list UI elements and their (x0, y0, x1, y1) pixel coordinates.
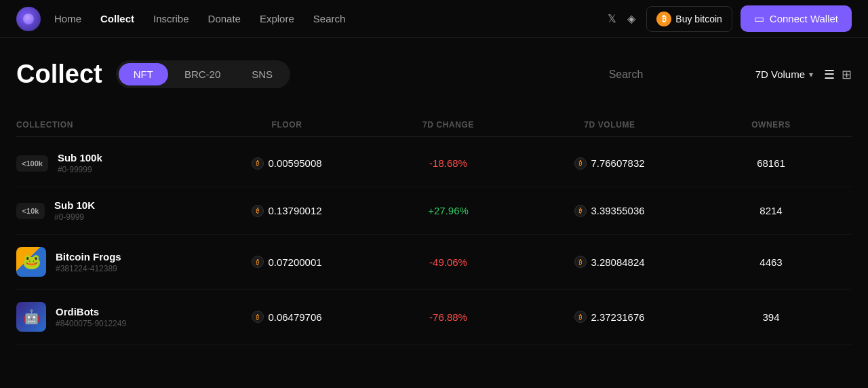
btc-icon-small: ₿ (574, 205, 587, 217)
floor-value: 0.13790012 (268, 205, 321, 216)
owners-cell: 394 (690, 311, 852, 323)
collection-cell: <10k Sub 10K #0-9999 (16, 199, 206, 222)
col-7d-volume: 7D VOLUME (529, 120, 690, 130)
volume-value: 3.28084824 (591, 256, 644, 268)
collection-info: Sub 100k #0-99999 (58, 152, 102, 174)
col-collection: COLLECTION (16, 120, 206, 130)
change-cell: +27.96% (368, 205, 529, 216)
btc-icon: ₿ (656, 12, 671, 26)
list-view-button[interactable]: ☰ (824, 67, 835, 82)
search-input[interactable] (609, 69, 745, 81)
social-links: 𝕏 ◈ (608, 12, 635, 25)
btc-icon-small: ₿ (574, 311, 587, 323)
buy-bitcoin-label: Buy bitcoin (675, 14, 722, 24)
floor-value: 0.00595008 (268, 157, 321, 169)
tab-nft[interactable]: NFT (119, 63, 168, 85)
collection-sub: #8400075-9012249 (56, 319, 126, 328)
collection-sub: #381224-412389 (56, 264, 121, 273)
floor-cell: ₿ 0.13790012 (206, 205, 368, 217)
collection-sub: #0-99999 (58, 165, 102, 174)
change-value: -76.88% (429, 311, 467, 323)
main-content: Collect NFT BRC-20 SNS 7D Volume ▾ ☰ ⊞ C… (0, 38, 868, 345)
table-body: <100k Sub 100k #0-99999 ₿ 0.00595008 -18… (16, 140, 852, 345)
page-header: Collect NFT BRC-20 SNS 7D Volume ▾ ☰ ⊞ (16, 60, 852, 89)
table-row[interactable]: 🐸 Bitcoin Frogs #381224-412389 ₿ 0.07200… (16, 235, 852, 290)
btc-icon-small: ₿ (252, 157, 264, 170)
nav-search[interactable]: Search (313, 13, 346, 24)
wallet-icon: ▭ (754, 12, 764, 25)
volume-value: 2.37231676 (591, 311, 644, 323)
collection-info: Bitcoin Frogs #381224-412389 (56, 251, 121, 273)
owners-cell: 8214 (690, 205, 852, 216)
view-toggle: ☰ ⊞ (824, 67, 852, 82)
tab-brc20[interactable]: BRC-20 (170, 63, 235, 85)
connect-wallet-label: Connect Wallet (770, 13, 838, 24)
collection-name: OrdiBots (56, 306, 126, 317)
volume-cell: ₿ 3.39355036 (529, 205, 690, 217)
volume-cell: ₿ 2.37231676 (529, 311, 690, 323)
connect-wallet-button[interactable]: ▭ Connect Wallet (741, 5, 852, 32)
btc-icon-small: ₿ (252, 256, 264, 268)
collection-badge: <100k (16, 155, 48, 172)
change-cell: -49.06% (368, 256, 529, 268)
owners-cell: 4463 (690, 256, 852, 268)
change-value: +27.96% (428, 205, 469, 216)
floor-value: 0.07200001 (268, 256, 321, 268)
grid-view-button[interactable]: ⊞ (842, 67, 852, 82)
nav-collect[interactable]: Collect (100, 13, 134, 24)
volume-dropdown[interactable]: 7D Volume ▾ (755, 69, 813, 80)
collection-cell: 🤖 OrdiBots #8400075-9012249 (16, 302, 206, 332)
owners-value: 4463 (760, 256, 782, 268)
tab-group: NFT BRC-20 SNS (116, 60, 290, 88)
col-floor: FLOOR (206, 120, 368, 130)
logo-inner (23, 14, 34, 24)
btc-icon-small: ₿ (252, 311, 264, 323)
change-value: -18.68% (429, 157, 467, 169)
volume-value: 3.39355036 (591, 205, 644, 216)
change-cell: -76.88% (368, 311, 529, 323)
volume-filter-label: 7D Volume (755, 69, 805, 80)
page-header-right: 7D Volume ▾ ☰ ⊞ (609, 67, 852, 82)
owners-cell: 68161 (690, 157, 852, 169)
volume-value: 7.76607832 (591, 157, 644, 169)
collection-cell: <100k Sub 100k #0-99999 (16, 152, 206, 174)
nav-links: Home Collect Inscribe Donate Explore Sea… (54, 13, 608, 24)
page-title: Collect (16, 60, 102, 89)
col-7d-change: 7D CHANGE (368, 120, 529, 130)
twitter-icon[interactable]: 𝕏 (608, 12, 616, 25)
logo[interactable] (16, 7, 41, 31)
table-row[interactable]: <100k Sub 100k #0-99999 ₿ 0.00595008 -18… (16, 140, 852, 187)
discord-icon[interactable]: ◈ (627, 12, 635, 25)
floor-cell: ₿ 0.00595008 (206, 157, 368, 170)
table-row[interactable]: <10k Sub 10K #0-9999 ₿ 0.13790012 +27.96… (16, 187, 852, 235)
collection-cell: 🐸 Bitcoin Frogs #381224-412389 (16, 247, 206, 277)
owners-value: 8214 (760, 205, 782, 216)
nav-home[interactable]: Home (54, 13, 81, 24)
volume-cell: ₿ 3.28084824 (529, 256, 690, 268)
floor-cell: ₿ 0.06479706 (206, 311, 368, 323)
tab-sns[interactable]: SNS (237, 63, 288, 85)
table-header: COLLECTION FLOOR 7D CHANGE 7D VOLUME OWN… (16, 113, 852, 137)
collection-info: OrdiBots #8400075-9012249 (56, 306, 126, 328)
owners-value: 68161 (757, 157, 785, 169)
page-header-left: Collect NFT BRC-20 SNS (16, 60, 290, 89)
nav-donate[interactable]: Donate (208, 13, 241, 24)
btc-icon-small: ₿ (574, 256, 587, 268)
nav-explore[interactable]: Explore (260, 13, 294, 24)
col-owners: OWNERS (690, 120, 852, 130)
btc-icon-small: ₿ (574, 157, 587, 170)
floor-cell: ₿ 0.07200001 (206, 256, 368, 268)
table-row[interactable]: 🤖 OrdiBots #8400075-9012249 ₿ 0.06479706… (16, 290, 852, 345)
collection-info: Sub 10K #0-9999 (54, 199, 95, 222)
collection-sub: #0-9999 (54, 212, 95, 222)
change-cell: -18.68% (368, 157, 529, 169)
floor-value: 0.06479706 (268, 311, 321, 323)
buy-bitcoin-button[interactable]: ₿ Buy bitcoin (646, 6, 732, 32)
nav-inscribe[interactable]: Inscribe (153, 13, 189, 24)
collection-name: Sub 10K (54, 199, 95, 211)
collection-image: 🤖 (16, 302, 46, 332)
navbar: Home Collect Inscribe Donate Explore Sea… (0, 0, 868, 38)
collection-name: Sub 100k (58, 152, 102, 163)
collection-image: 🐸 (16, 247, 46, 277)
owners-value: 394 (762, 311, 779, 323)
